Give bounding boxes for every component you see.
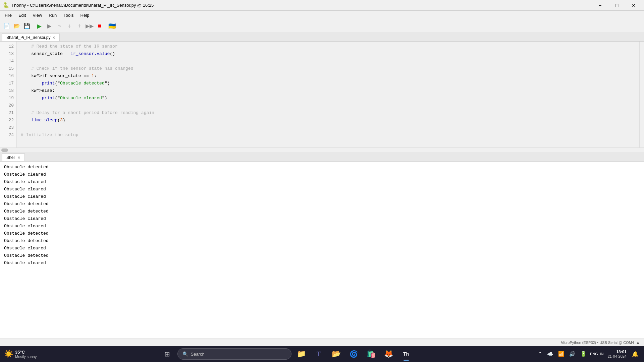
start-button[interactable]: ⊞ <box>160 348 175 360</box>
clock-widget[interactable]: 18:01 21-04-2024 <box>606 349 629 359</box>
title-bar: 🐍 Thonny - C:\Users\SnehaC\Documents\Bha… <box>0 0 644 11</box>
teams-icon: T <box>317 350 321 358</box>
taskbar-app-thonny[interactable]: Th <box>399 347 414 361</box>
minimize-button[interactable]: − <box>592 0 608 11</box>
shell-tab-label: Shell <box>6 155 15 160</box>
new-file-button[interactable]: 📄 <box>2 21 11 31</box>
files-icon: 📁 <box>297 350 306 358</box>
volume-icon[interactable]: 🔊 <box>568 350 577 358</box>
tab-label: Bharat_Pi_IR_Sensor.py <box>6 35 50 40</box>
weather-text: 35°C Mostly sunny <box>15 350 37 359</box>
editor-main: 12131415161718192021222324 # Read the st… <box>0 42 644 147</box>
notification-icon[interactable]: 🔔 <box>631 349 640 359</box>
menu-edit[interactable]: Edit <box>15 12 29 18</box>
stop-button[interactable]: ■ <box>95 21 104 31</box>
run-button[interactable]: ▶ <box>35 21 44 31</box>
taskbar-app-edge[interactable]: 🌀 <box>346 347 361 361</box>
shell-tab[interactable]: Shell ✕ <box>2 154 25 161</box>
taskbar: ☀️ 35°C Mostly sunny ⊞ 🔍 Search 📁 T 📂 <box>0 346 644 362</box>
start-icon: ⊞ <box>164 350 170 358</box>
tab-close-button[interactable]: ✕ <box>52 36 55 40</box>
title-bar-controls: − □ ✕ <box>592 0 641 11</box>
title-bar-text: Thonny - C:\Users\SnehaC\Documents\Bhara… <box>11 3 592 8</box>
locale-lang: ENG <box>590 352 598 356</box>
taskbar-app-files[interactable]: 📁 <box>294 347 309 361</box>
maximize-button[interactable]: □ <box>609 0 625 11</box>
locale-widget: ENG IN <box>590 351 604 357</box>
close-button[interactable]: ✕ <box>626 0 641 11</box>
open-file-button[interactable]: 📂 <box>12 21 21 31</box>
menu-file[interactable]: File <box>1 12 15 18</box>
resume-button[interactable]: ▶▶ <box>85 21 94 31</box>
step-into-button[interactable]: ⇓ <box>65 21 74 31</box>
taskbar-app-firefox[interactable]: 🦊 <box>381 347 396 361</box>
explorer-icon: 📂 <box>332 350 341 358</box>
weather-icon: ☀️ <box>4 350 13 358</box>
chevron-up-icon[interactable]: ⌃ <box>537 350 544 358</box>
menu-run[interactable]: Run <box>45 12 60 18</box>
code-editor[interactable]: # Read the state of the IR sensor sensor… <box>17 42 639 147</box>
taskbar-app-teams[interactable]: T <box>312 347 326 361</box>
step-out-button[interactable]: ⇑ <box>75 21 84 31</box>
taskbar-app-explorer[interactable]: 📂 <box>329 347 344 361</box>
search-icon: 🔍 <box>182 351 188 357</box>
menu-tools[interactable]: Tools <box>60 12 77 18</box>
status-text: MicroPython (ESP32) • USB Serial @ COM4 <box>561 341 634 345</box>
weather-temp: 35°C <box>15 350 37 355</box>
debug-button[interactable]: ▶ <box>45 21 54 31</box>
clock-time: 18:01 <box>608 350 627 354</box>
shell-tab-bar: Shell ✕ <box>0 152 644 162</box>
weather-desc: Mostly sunny <box>15 355 37 359</box>
menu-bar: File Edit View Run Tools Help <box>0 11 644 20</box>
battery-icon[interactable]: 🔋 <box>579 350 588 358</box>
edge-icon: 🌀 <box>350 350 358 358</box>
cloud-icon[interactable]: ☁️ <box>546 350 555 358</box>
firefox-icon: 🦊 <box>384 350 393 358</box>
ukraine-flag-button[interactable]: 🇺🇦 <box>107 21 117 31</box>
thonny-icon: Th <box>403 351 409 357</box>
shell-panel: Shell ✕ Obstacle detectedObstacle cleare… <box>0 152 644 339</box>
shell-output[interactable]: Obstacle detectedObstacle clearedObstacl… <box>0 162 644 339</box>
wifi-icon[interactable]: 📶 <box>557 350 566 358</box>
search-bar[interactable]: 🔍 Search <box>177 348 291 360</box>
locale-region: IN <box>600 352 604 356</box>
editor-tab[interactable]: Bharat_Pi_IR_Sensor.py ✕ <box>2 34 60 41</box>
menu-view[interactable]: View <box>29 12 45 18</box>
clock-date: 21-04-2024 <box>608 354 627 358</box>
editor-vertical-scrollbar[interactable] <box>639 42 644 147</box>
editor-horizontal-scrollbar[interactable] <box>0 147 644 152</box>
status-bar: MicroPython (ESP32) • USB Serial @ COM4 … <box>0 339 644 346</box>
line-numbers: 12131415161718192021222324 <box>0 42 17 147</box>
toolbar: 📄 📂 💾 ▶ ▶ ↷ ⇓ ⇑ ▶▶ ■ 🇺🇦 <box>0 20 644 32</box>
status-expand-icon[interactable]: ▲ <box>636 340 640 345</box>
editor-wrapper: 12131415161718192021222324 # Read the st… <box>0 42 644 152</box>
weather-widget[interactable]: ☀️ 35°C Mostly sunny <box>4 350 37 359</box>
title-bar-icon: 🐍 <box>3 2 9 8</box>
store-icon: 🛍️ <box>367 350 376 358</box>
menu-help[interactable]: Help <box>77 12 93 18</box>
taskbar-app-store[interactable]: 🛍️ <box>364 347 379 361</box>
toolbar-separator-1 <box>33 22 33 30</box>
step-over-button[interactable]: ↷ <box>55 21 64 31</box>
toolbar-separator-2 <box>106 22 106 30</box>
search-placeholder: Search <box>191 352 205 357</box>
editor-tab-bar: Bharat_Pi_IR_Sensor.py ✕ <box>0 32 644 42</box>
save-file-button[interactable]: 💾 <box>22 21 32 31</box>
shell-tab-close[interactable]: ✕ <box>17 156 20 160</box>
taskbar-right: ⌃ ☁️ 📶 🔊 🔋 ENG IN 18:01 21-04-2024 🔔 <box>537 349 640 359</box>
taskbar-center: ⊞ 🔍 Search 📁 T 📂 🌀 🛍️ 🦊 Th <box>39 347 534 361</box>
taskbar-left: ☀️ 35°C Mostly sunny <box>4 350 37 359</box>
